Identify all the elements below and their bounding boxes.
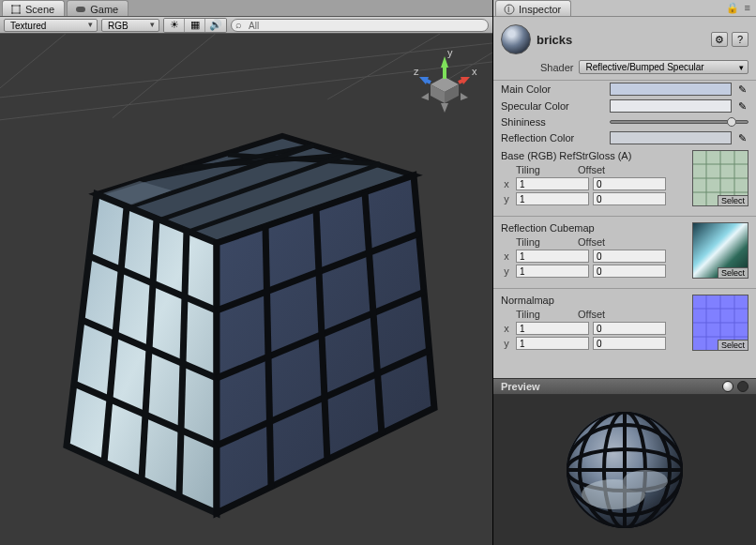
tab-game-label: Game <box>90 4 118 15</box>
shader-dropdown[interactable]: Reflective/Bumped Specular <box>579 60 748 74</box>
svg-rect-4 <box>76 7 85 12</box>
preview-viewport[interactable] <box>493 395 756 545</box>
preview-label: Preview <box>501 381 540 392</box>
select-button[interactable]: Select <box>718 195 748 205</box>
eyedropper-icon[interactable]: ✎ <box>735 99 748 113</box>
shininess-slider[interactable] <box>610 120 748 124</box>
scene-toggles: ☀ ▦ 🔊 <box>163 18 227 33</box>
svg-line-45 <box>425 80 431 83</box>
material-preview-icon <box>501 24 531 54</box>
cubemap-tiling-x-input[interactable]: 1 <box>516 250 589 263</box>
scene-cube <box>40 89 453 530</box>
cubemap-texture-slot[interactable]: Select <box>692 222 748 279</box>
orientation-gizmo[interactable]: x y z <box>412 49 477 114</box>
svg-marker-47 <box>461 93 468 100</box>
tab-game[interactable]: Game <box>67 0 129 16</box>
shading-dropdown[interactable]: Textured <box>4 19 98 32</box>
scene-toolbar: Textured RGB ☀ ▦ 🔊 All <box>0 17 492 34</box>
base-texture-slot[interactable]: Select <box>692 150 748 206</box>
lock-icon[interactable]: 🔒 <box>726 2 739 14</box>
context-menu-icon[interactable]: ≡ <box>745 2 750 14</box>
svg-text:z: z <box>414 66 419 77</box>
svg-marker-46 <box>441 103 448 113</box>
normalmap-section: Normalmap Tiling Offset x 1 0 y 1 0 Sele… <box>493 291 756 358</box>
preview-header[interactable]: Preview <box>493 378 756 395</box>
select-button[interactable]: Select <box>718 340 748 350</box>
skybox-toggle[interactable]: ▦ <box>185 19 205 32</box>
svg-text:x: x <box>472 66 477 77</box>
svg-text:y: y <box>447 49 453 58</box>
reflection-color-label: Reflection Color <box>501 132 606 144</box>
tab-scene-label: Scene <box>25 4 54 15</box>
tab-scene[interactable]: Scene <box>2 0 65 16</box>
material-name: bricks <box>537 33 572 47</box>
inspector-body: bricks ⚙ ? Shader Reflective/Bumped Spec… <box>493 17 756 378</box>
normal-tiling-y-input[interactable]: 1 <box>516 337 589 350</box>
base-tiling-x-input[interactable]: 1 <box>516 177 589 190</box>
help-button[interactable]: ? <box>732 32 748 47</box>
tab-inspector[interactable]: i Inspector <box>495 0 571 16</box>
main-color-swatch[interactable] <box>610 83 732 96</box>
main-color-label: Main Color <box>501 83 606 95</box>
cubemap-offset-x-input[interactable]: 0 <box>593 250 666 263</box>
select-button[interactable]: Select <box>718 267 748 278</box>
render-mode-dropdown[interactable]: RGB <box>101 19 159 32</box>
svg-line-43 <box>459 80 464 83</box>
svg-point-76 <box>623 470 668 492</box>
lighting-toggle[interactable]: ☀ <box>164 19 185 32</box>
gear-icon: ⚙ <box>715 34 724 46</box>
specular-color-label: Specular Color <box>501 100 606 112</box>
preview-light-toggle[interactable] <box>722 381 733 392</box>
reflection-color-swatch[interactable] <box>610 131 732 144</box>
eyedropper-icon[interactable]: ✎ <box>735 131 748 144</box>
svg-line-7 <box>0 34 66 88</box>
svg-text:i: i <box>507 4 509 14</box>
base-tiling-y-input[interactable]: 1 <box>516 192 589 205</box>
preview-bg-toggle[interactable] <box>737 381 748 392</box>
scene-search-input[interactable]: All <box>231 19 489 32</box>
tab-inspector-label: Inspector <box>519 4 561 15</box>
scene-icon <box>10 4 22 15</box>
audio-icon: 🔊 <box>209 19 222 31</box>
eyedropper-icon[interactable]: ✎ <box>735 83 748 96</box>
component-settings-button[interactable]: ⚙ <box>711 32 728 47</box>
shader-label: Shader <box>540 62 573 73</box>
cubemap-section: Reflection Cubemap Tiling Offset x 1 0 y… <box>493 219 756 286</box>
audio-toggle[interactable]: 🔊 <box>205 19 226 32</box>
base-offset-x-input[interactable]: 0 <box>593 177 666 190</box>
cubemap-tiling-y-input[interactable]: 1 <box>516 265 589 278</box>
base-texture-section: Base (RGB) RefStrGloss (A) Tiling Offset… <box>493 146 756 214</box>
help-icon: ? <box>737 34 743 45</box>
cubemap-offset-y-input[interactable]: 0 <box>593 265 666 278</box>
sun-icon: ☀ <box>170 19 179 31</box>
inspector-icon: i <box>504 4 515 15</box>
scene-viewport[interactable]: x y z <box>0 34 492 545</box>
svg-marker-48 <box>421 93 429 100</box>
normal-offset-x-input[interactable]: 0 <box>593 322 666 335</box>
image-icon: ▦ <box>190 19 200 31</box>
base-offset-y-input[interactable]: 0 <box>593 192 666 205</box>
normal-offset-y-input[interactable]: 0 <box>593 337 666 350</box>
normalmap-texture-slot[interactable]: Select <box>692 295 748 351</box>
game-icon <box>75 4 86 15</box>
shininess-label: Shininess <box>501 116 606 128</box>
specular-color-swatch[interactable] <box>610 99 732 113</box>
normal-tiling-x-input[interactable]: 1 <box>516 322 589 335</box>
